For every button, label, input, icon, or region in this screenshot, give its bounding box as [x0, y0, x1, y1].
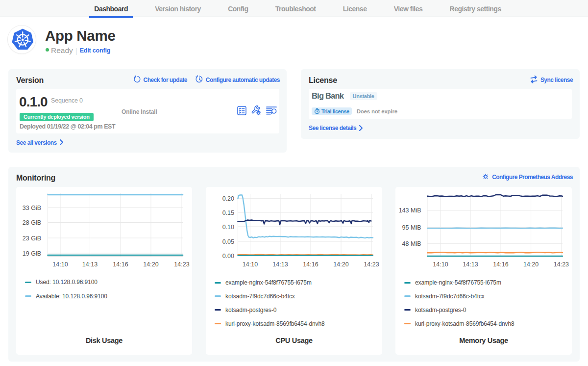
svg-text:14:10: 14:10 — [433, 261, 448, 268]
svg-text:14:13: 14:13 — [272, 261, 288, 268]
svg-text:14:20: 14:20 — [143, 261, 158, 268]
svg-text:23 GiB: 23 GiB — [23, 235, 41, 242]
svg-text:14:23: 14:23 — [174, 261, 189, 268]
svg-text:0.20: 0.20 — [222, 195, 234, 202]
svg-text:14:10: 14:10 — [243, 261, 258, 268]
svg-text:0.10: 0.10 — [222, 224, 234, 231]
svg-text:0.15: 0.15 — [222, 209, 234, 216]
svg-text:143 MiB: 143 MiB — [399, 207, 421, 214]
svg-text:0.05: 0.05 — [222, 238, 234, 245]
svg-text:19 GiB: 19 GiB — [23, 250, 41, 257]
svg-text:14:13: 14:13 — [463, 261, 478, 268]
svg-text:14:13: 14:13 — [82, 261, 98, 268]
svg-text:14:20: 14:20 — [333, 261, 348, 268]
svg-text:28 GiB: 28 GiB — [23, 219, 41, 226]
svg-text:14:23: 14:23 — [364, 261, 379, 268]
svg-text:14:16: 14:16 — [303, 261, 318, 268]
svg-text:14:10: 14:10 — [52, 261, 68, 268]
svg-text:14:20: 14:20 — [523, 261, 539, 268]
svg-text:14:16: 14:16 — [493, 261, 508, 268]
svg-text:14:16: 14:16 — [113, 261, 128, 268]
svg-text:48 MiB: 48 MiB — [402, 240, 421, 247]
svg-text:14:23: 14:23 — [554, 261, 569, 268]
svg-text:95 MiB: 95 MiB — [402, 224, 421, 231]
svg-text:0.00: 0.00 — [222, 253, 234, 260]
svg-text:33 GiB: 33 GiB — [23, 205, 41, 211]
